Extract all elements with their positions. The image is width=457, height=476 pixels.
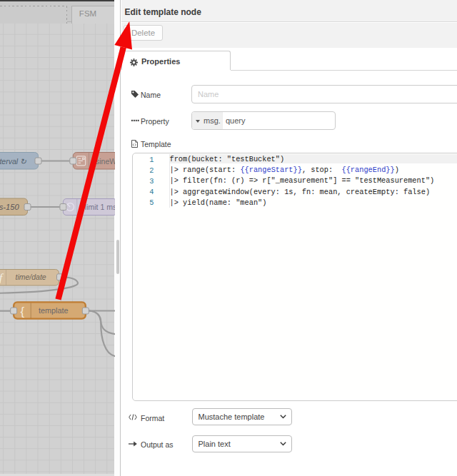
- svg-text:limit 1 ms: limit 1 ms: [85, 203, 115, 211]
- svg-text:template: template: [39, 306, 68, 315]
- svg-text:sineWave: sineWave: [96, 157, 115, 166]
- svg-text:{: {: [20, 305, 24, 318]
- svg-text:ms-150: ms-150: [0, 203, 19, 211]
- svg-text:time/date: time/date: [16, 273, 46, 281]
- svg-text:interval ↻: interval ↻: [0, 157, 26, 166]
